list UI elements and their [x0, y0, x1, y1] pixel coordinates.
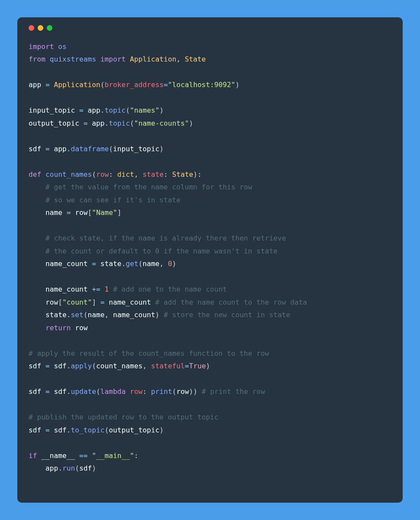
variable: sdf: [29, 362, 41, 370]
keyword: import: [100, 55, 126, 63]
operator: =: [164, 81, 168, 89]
comment: # get the value from the name column for…: [45, 183, 252, 191]
operator: =: [96, 298, 109, 306]
variable: output_topic: [29, 119, 79, 127]
variable: name_count: [113, 311, 155, 319]
keyword: import: [29, 42, 54, 51]
variable: app: [92, 119, 104, 127]
comment: # so we can see if it's in state: [45, 196, 181, 204]
variable: name: [142, 260, 159, 268]
variable: state: [100, 260, 122, 268]
variable: row: [45, 298, 58, 306]
comment: # publish the updated row to the output …: [29, 413, 219, 421]
keyword: return: [45, 324, 71, 332]
comment: # check state, if the name is already th…: [45, 234, 286, 242]
operator: =: [79, 119, 92, 127]
variable: count_names: [96, 362, 142, 370]
comment: # print the row: [197, 387, 265, 396]
variable: input_topic: [113, 145, 159, 153]
class-name: State: [172, 170, 193, 179]
variable: name_count: [45, 260, 87, 268]
operator: =: [41, 362, 54, 370]
keyword: from: [29, 55, 45, 63]
comment: # store the new count in state: [159, 311, 290, 319]
variable: app: [29, 81, 41, 89]
variable: output_topic: [109, 426, 159, 434]
number: 0: [168, 260, 172, 268]
method: update: [71, 387, 96, 396]
variable: app: [45, 464, 58, 472]
keyword: lambda: [100, 387, 126, 396]
variable: state: [45, 311, 67, 319]
minimize-icon[interactable]: [38, 25, 43, 31]
operator: =: [75, 106, 87, 114]
operator: =: [41, 426, 54, 434]
comment: # the count or default to 0 if the name …: [45, 247, 278, 255]
type: dict: [117, 170, 134, 179]
maximize-icon[interactable]: [47, 25, 52, 31]
operator: =: [185, 362, 189, 370]
param: row: [130, 387, 142, 396]
method: get: [126, 260, 138, 268]
operator: =: [41, 145, 54, 153]
number: 1: [104, 285, 109, 293]
builtin-fn: print: [151, 387, 172, 396]
variable: sdf: [79, 464, 92, 472]
comment: # add one to the name count: [109, 285, 227, 293]
comment: # add the name count to the row data: [151, 298, 307, 306]
module: os: [58, 42, 67, 51]
method: set: [71, 311, 83, 319]
operator: =: [87, 260, 100, 268]
param: state: [142, 170, 164, 179]
variable: sdf: [29, 145, 41, 153]
method: run: [62, 464, 75, 472]
operator: =: [62, 208, 75, 217]
operator: ==: [75, 452, 92, 460]
variable: row: [176, 387, 189, 396]
param: row: [96, 170, 109, 179]
variable: sdf: [29, 387, 41, 396]
variable: sdf: [54, 387, 67, 396]
string: "names": [130, 106, 159, 114]
string: "localhost:9092": [168, 81, 236, 89]
variable: app: [54, 145, 67, 153]
comment: # apply the result of the count_names fu…: [29, 349, 269, 358]
variable: sdf: [54, 426, 67, 434]
variable: sdf: [54, 362, 67, 370]
operator: =: [41, 81, 54, 89]
class-name: State: [185, 55, 206, 63]
dunder: __name__: [41, 452, 75, 460]
operator: =: [41, 387, 54, 396]
string: "Name": [92, 208, 117, 217]
variable: name_count: [109, 298, 151, 306]
boolean: True: [189, 362, 206, 370]
keyword: if: [29, 452, 37, 460]
variable: app: [87, 106, 100, 114]
variable: sdf: [29, 426, 41, 434]
variable: name: [87, 311, 104, 319]
variable: row: [75, 324, 87, 332]
method: topic: [104, 106, 126, 114]
method: topic: [109, 119, 130, 127]
keyword: def: [29, 170, 41, 179]
class-name: Application: [54, 81, 100, 89]
operator: +=: [87, 285, 104, 293]
method: dataframe: [71, 145, 109, 153]
variable: name: [45, 208, 62, 217]
param: stateful: [151, 362, 185, 370]
string: "__main__": [92, 452, 134, 460]
param: broker_address: [104, 81, 163, 89]
window-titlebar: [29, 25, 391, 31]
module: quixstreams: [50, 55, 96, 63]
method: to_topic: [71, 426, 105, 434]
method: apply: [71, 362, 92, 370]
class-name: Application: [130, 55, 176, 63]
close-icon[interactable]: [29, 25, 34, 31]
code-block: import os from quixstreams import Applic…: [29, 40, 391, 474]
code-window: import os from quixstreams import Applic…: [17, 17, 403, 503]
string: "count": [62, 298, 92, 306]
variable: row: [75, 208, 87, 217]
variable: name_count: [45, 285, 87, 293]
variable: input_topic: [29, 106, 75, 114]
function-name: count_names: [45, 170, 92, 179]
